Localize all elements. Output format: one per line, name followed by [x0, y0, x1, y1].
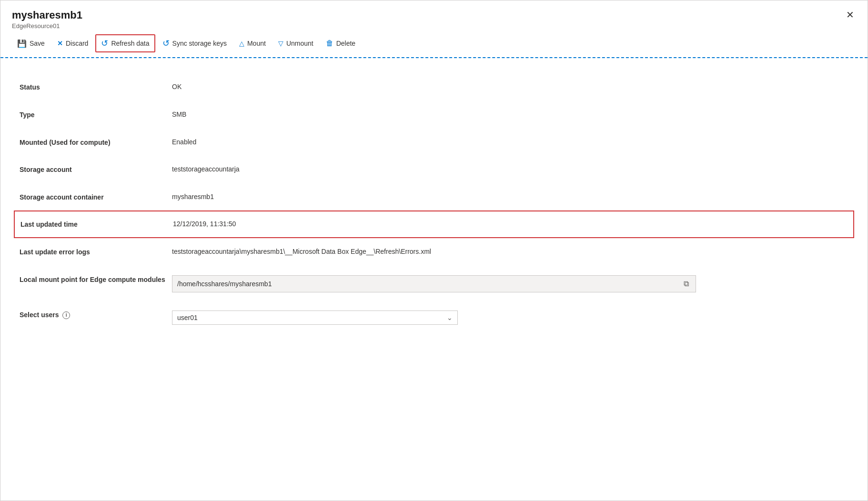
unmount-label: Unmount	[286, 40, 313, 47]
discard-label: Discard	[66, 40, 88, 47]
error-logs-label: Last update error logs	[20, 247, 172, 257]
mount-point-input-container: /home/hcsshares/mysharesmb1 ⧉	[172, 275, 696, 292]
save-button[interactable]: 💾 Save	[12, 36, 50, 51]
discard-icon: ✕	[57, 40, 63, 47]
last-updated-row: Last updated time 12/12/2019, 11:31:50	[14, 210, 854, 238]
users-dropdown-value: user01	[177, 314, 198, 321]
mounted-row: Mounted (Used for compute) Enabled	[20, 129, 848, 156]
mount-label: Mount	[247, 40, 266, 47]
toolbar: 💾 Save ✕ Discard ↺ Refresh data ↺ Sync s…	[0, 30, 868, 58]
save-label: Save	[30, 40, 45, 47]
select-users-row: Select users i user01 ⌄	[20, 301, 848, 333]
status-label: Status	[20, 82, 172, 92]
refresh-label: Refresh data	[111, 40, 149, 47]
error-logs-row: Last update error logs teststorageaccoun…	[20, 238, 848, 266]
mount-point-field: /home/hcsshares/mysharesmb1 ⧉	[172, 274, 848, 292]
type-row: Type SMB	[20, 101, 848, 129]
mount-point-row: Local mount point for Edge compute modul…	[20, 266, 848, 301]
detail-panel: mysharesmb1 EdgeResource01 ✕ 💾 Save ✕ Di…	[0, 0, 868, 501]
select-users-field: user01 ⌄	[172, 310, 848, 325]
type-label: Type	[20, 110, 172, 120]
users-dropdown[interactable]: user01 ⌄	[172, 311, 458, 325]
storage-container-label: Storage account container	[20, 192, 172, 202]
delete-label: Delete	[336, 40, 355, 47]
sync-icon: ↺	[162, 38, 170, 49]
status-value: OK	[172, 82, 848, 90]
storage-container-row: Storage account container mysharesmb1	[20, 183, 848, 211]
storage-account-row: Storage account teststorageaccountarja	[20, 156, 848, 183]
panel-subtitle: EdgeResource01	[12, 22, 856, 30]
refresh-icon: ↺	[101, 38, 108, 49]
mount-button[interactable]: △ Mount	[234, 36, 271, 50]
info-icon: i	[62, 311, 70, 319]
delete-button[interactable]: 🗑 Delete	[321, 36, 361, 51]
last-updated-label: Last updated time	[20, 219, 173, 230]
select-users-label: Select users i	[20, 310, 172, 320]
discard-button[interactable]: ✕ Discard	[52, 36, 93, 50]
storage-account-label: Storage account	[20, 164, 172, 175]
storage-account-value: teststorageaccountarja	[172, 164, 848, 173]
mount-point-input: /home/hcsshares/mysharesmb1	[177, 280, 682, 288]
mount-icon: △	[239, 40, 244, 47]
last-updated-value: 12/12/2019, 11:31:50	[173, 219, 848, 228]
mount-point-label: Local mount point for Edge compute modul…	[20, 274, 172, 285]
mounted-value: Enabled	[172, 137, 848, 146]
sync-button[interactable]: ↺ Sync storage keys	[157, 35, 232, 52]
panel-header: mysharesmb1 EdgeResource01 ✕	[0, 0, 868, 30]
error-logs-value: teststorageaccountarja\mysharesmb1\__Mic…	[172, 247, 848, 255]
sync-label: Sync storage keys	[172, 40, 227, 47]
refresh-button[interactable]: ↺ Refresh data	[95, 34, 155, 52]
status-row: Status OK	[20, 73, 848, 101]
storage-container-value: mysharesmb1	[172, 192, 848, 200]
panel-title: mysharesmb1	[12, 9, 856, 21]
delete-icon: 🗑	[326, 39, 333, 48]
chevron-down-icon: ⌄	[447, 314, 453, 321]
copy-icon: ⧉	[684, 280, 689, 288]
content-area: Status OK Type SMB Mounted (Used for com…	[0, 58, 868, 348]
unmount-button[interactable]: ▽ Unmount	[273, 36, 319, 50]
close-button[interactable]: ✕	[842, 8, 858, 21]
mounted-label: Mounted (Used for compute)	[20, 137, 172, 148]
type-value: SMB	[172, 110, 848, 118]
copy-button[interactable]: ⧉	[682, 279, 691, 289]
save-icon: 💾	[17, 39, 27, 48]
unmount-icon: ▽	[278, 40, 283, 47]
